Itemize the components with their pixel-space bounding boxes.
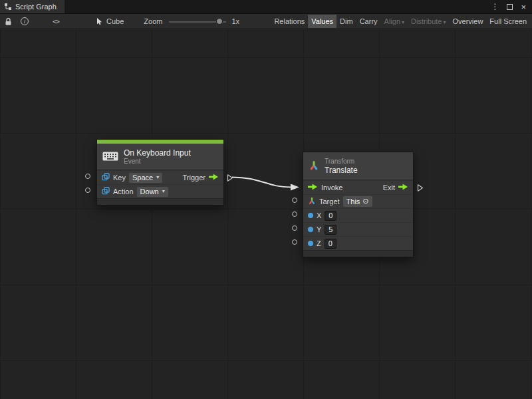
x-port-dot [308,213,313,218]
key-row: Key Space ▾ Trigger [97,170,223,184]
chevron-down-icon: ▾ [402,19,404,25]
fullscreen-button[interactable]: Full Screen [486,15,530,28]
graph-toolbar: i <> Cube Zoom 1x Relations Values Dim C… [0,13,532,29]
z-label: Z [317,239,321,247]
x-label: X [317,211,321,219]
trigger-label: Trigger [183,174,205,182]
distribute-button[interactable]: Distribute▾ [408,15,449,28]
target-input-port[interactable] [292,198,297,203]
node-category: Transform [325,158,358,166]
invoke-label: Invoke [321,184,342,192]
x-value-input[interactable]: 0 [325,211,336,221]
z-row: Z 0 [303,236,413,250]
graph-object-name: Cube [106,17,124,25]
lock-icon[interactable] [4,17,13,26]
chevron-down-icon: ▾ [162,188,165,194]
node-on-keyboard-input[interactable]: On Keyboard Input Event Key Space ▾ Trig… [96,139,224,205]
key-input-port[interactable] [85,174,90,179]
invoke-row: Invoke Exit [303,180,413,194]
x-row: X 0 [303,208,413,222]
node-subtitle: Event [124,158,191,166]
trigger-output-port[interactable] [227,173,233,185]
node-header[interactable]: On Keyboard Input Event [97,144,223,170]
y-port-dot [308,227,313,232]
zoom-label: Zoom [144,17,162,25]
z-port-dot [308,241,313,246]
dim-button[interactable]: Dim [336,15,356,28]
info-icon[interactable]: i [21,17,29,25]
values-button[interactable]: Values [308,15,336,28]
zoom-value: 1x [231,17,239,25]
exit-label: Exit [383,184,395,192]
key-dropdown[interactable]: Space ▾ [129,173,162,183]
tab-script-graph[interactable]: Script Graph [0,0,65,13]
z-input-port[interactable] [292,239,297,245]
align-button[interactable]: Align▾ [381,15,408,28]
action-input-port[interactable] [85,188,90,193]
zoom-slider-knob[interactable] [216,18,223,25]
key-label: Key [113,174,126,182]
y-value-input[interactable]: 5 [325,225,336,235]
target-object-button[interactable]: This ⊙ [343,196,372,207]
pointer-icon [95,17,103,25]
action-dropdown[interactable]: Down ▾ [137,187,168,197]
tab-title: Script Graph [15,3,57,11]
script-graph-icon [4,3,12,11]
action-row: Action Down ▾ [97,184,223,198]
value-port-icon [102,173,110,182]
chevron-down-icon: ▾ [156,174,159,180]
node-header[interactable]: Transform Translate [303,152,413,180]
object-picker-icon: ⊙ [362,197,368,205]
node-title: Translate [325,166,358,175]
invoke-arrow-icon[interactable] [308,184,318,192]
action-label: Action [113,188,134,196]
node-title: On Keyboard Input [124,148,191,158]
z-value-input[interactable]: 0 [325,239,336,249]
node-footer [303,250,413,257]
graph-canvas[interactable]: On Keyboard Input Event Key Space ▾ Trig… [0,29,532,399]
relations-button[interactable]: Relations [271,15,308,28]
node-footer [97,198,223,205]
zoom-slider[interactable] [169,18,226,25]
code-icon[interactable]: <> [53,18,59,25]
carry-button[interactable]: Carry [356,15,381,28]
target-label: Target [319,198,340,205]
y-row: Y 5 [303,222,413,236]
x-input-port[interactable] [292,211,297,217]
transform-icon [309,160,319,172]
exit-arrow-icon[interactable] [398,184,408,192]
transform-mini-icon [308,197,316,206]
value-port-icon [102,187,110,196]
window-tab-bar: Script Graph ⋮ × [0,0,532,13]
maximize-icon[interactable] [507,4,513,10]
chevron-down-icon: ▾ [444,19,446,25]
trigger-arrow-icon[interactable] [209,174,219,182]
y-input-port[interactable] [292,225,297,231]
y-label: Y [317,225,321,233]
connection-edge [0,29,532,399]
window-menu-icon[interactable]: ⋮ [491,3,499,11]
keyboard-icon [102,151,118,163]
exit-output-port[interactable] [417,183,424,195]
target-row: Target This ⊙ [303,194,413,208]
close-icon[interactable]: × [521,3,526,11]
overview-button[interactable]: Overview [450,15,487,28]
node-translate[interactable]: Transform Translate Invoke Exit [303,152,414,257]
